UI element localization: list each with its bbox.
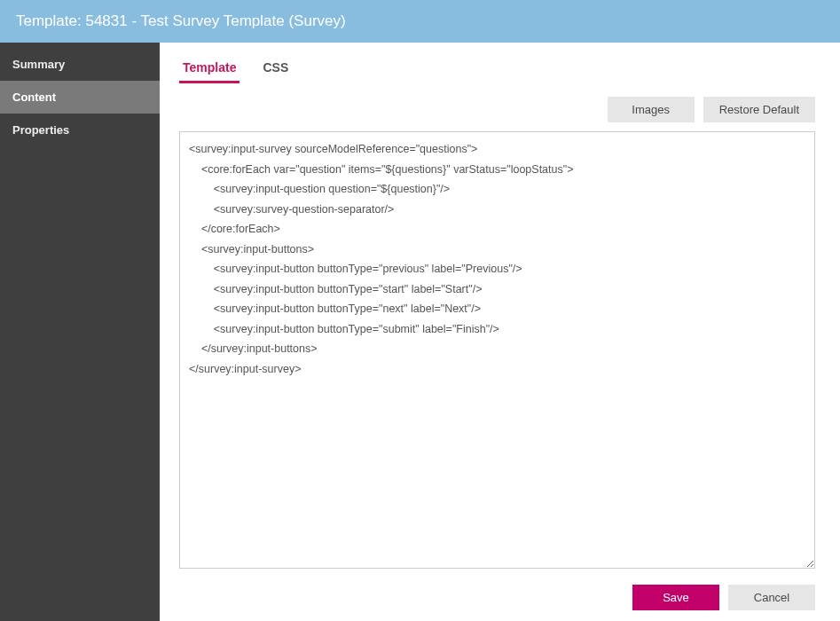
- main-panel: Template CSS Images Restore Default Save…: [160, 43, 840, 621]
- tab-template[interactable]: Template: [181, 55, 238, 83]
- images-button[interactable]: Images: [608, 97, 695, 122]
- template-code-editor[interactable]: [179, 131, 815, 569]
- tabs: Template CSS: [179, 55, 815, 84]
- page-title: Template: 54831 - Test Survey Template (…: [0, 0, 840, 43]
- sidebar: Summary Content Properties: [0, 43, 160, 621]
- save-button[interactable]: Save: [632, 585, 719, 610]
- body: Summary Content Properties Template CSS …: [0, 43, 840, 621]
- restore-default-button[interactable]: Restore Default: [703, 97, 815, 122]
- footer-actions: Save Cancel: [179, 569, 815, 610]
- sidebar-item-properties[interactable]: Properties: [0, 114, 160, 146]
- cancel-button[interactable]: Cancel: [728, 585, 815, 610]
- tab-css[interactable]: CSS: [261, 55, 290, 83]
- sidebar-item-content[interactable]: Content: [0, 81, 160, 114]
- editor-actions: Images Restore Default: [179, 97, 815, 122]
- sidebar-item-summary[interactable]: Summary: [0, 48, 160, 81]
